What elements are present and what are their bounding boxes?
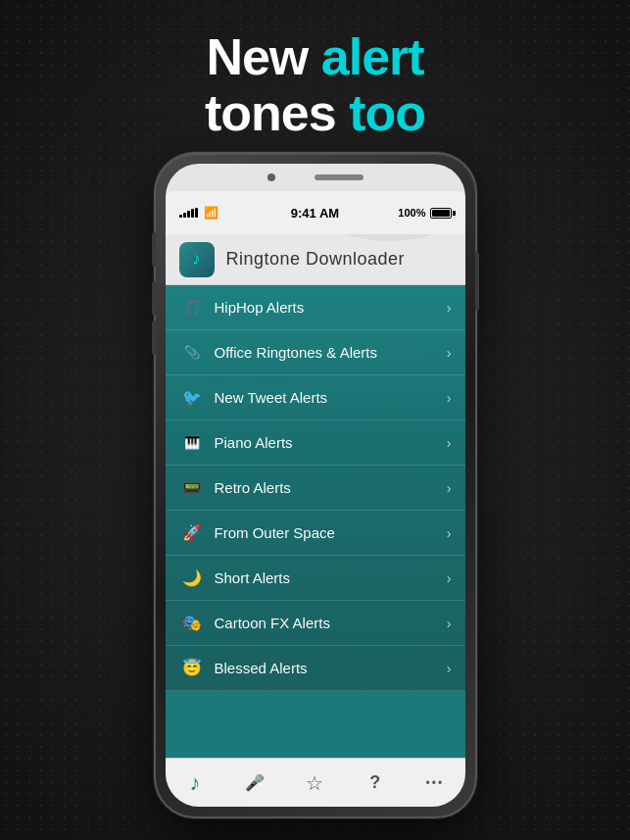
phone-device: 📶 9:41 AM 100% ♪ Ringtone Down	[154, 152, 477, 818]
blessed-chevron: ›	[447, 661, 452, 676]
space-label: From Outer Space	[215, 524, 447, 541]
short-label: Short Alerts	[215, 569, 447, 586]
list-item-space[interactable]: 🚀 From Outer Space ›	[166, 511, 465, 556]
speaker-bar	[315, 174, 363, 180]
signal-bar-5	[195, 208, 198, 218]
retro-chevron: ›	[447, 480, 452, 496]
status-time: 9:41 AM	[291, 206, 339, 221]
office-label: Office Ringtones & Alerts	[215, 344, 447, 361]
signal-bar-1	[179, 215, 182, 218]
phone-top-area	[166, 164, 465, 191]
nav-bar: ♪ Ringtone Downloader	[166, 234, 465, 285]
cartoon-chevron: ›	[447, 616, 452, 631]
wifi-icon: 📶	[204, 206, 218, 220]
office-chevron: ›	[447, 345, 452, 361]
tweet-icon: 🐦	[179, 385, 205, 411]
short-chevron: ›	[447, 570, 452, 586]
phone-outer: 📶 9:41 AM 100% ♪ Ringtone Down	[154, 152, 477, 818]
list-item-short[interactable]: 🌙 Short Alerts ›	[166, 556, 465, 601]
signal-bars	[179, 208, 198, 218]
piano-icon: 🎹	[179, 430, 205, 456]
status-bar: 📶 9:41 AM 100%	[166, 191, 465, 234]
tab-music[interactable]: ♪	[175, 764, 215, 803]
blessed-icon: 😇	[179, 656, 205, 681]
list-container: 🎵 HipHop Alerts › 📎 Office Ringtones & A…	[166, 285, 465, 691]
header-tones: tones	[205, 84, 336, 141]
header-alert: alert	[308, 28, 423, 85]
header-text: New alert tones too	[0, 29, 630, 141]
retro-label: Retro Alerts	[215, 479, 447, 496]
retro-icon: 📟	[179, 475, 205, 501]
hiphop-icon: 🎵	[179, 295, 205, 321]
space-chevron: ›	[447, 525, 452, 541]
tab-favorites[interactable]: ☆	[295, 764, 334, 803]
battery-fill	[432, 210, 450, 217]
tab-bar: ♪ 🎤 ☆ ? •••	[166, 758, 465, 807]
signal-bar-2	[183, 213, 186, 218]
hiphop-chevron: ›	[447, 300, 452, 316]
list-item-cartoon[interactable]: 🎭 Cartoon FX Alerts ›	[166, 601, 465, 646]
tab-help[interactable]: ?	[356, 764, 395, 803]
list-item-hiphop[interactable]: 🎵 HipHop Alerts ›	[166, 285, 465, 330]
signal-area: 📶	[179, 206, 218, 220]
space-icon: 🚀	[179, 520, 205, 546]
tab-more[interactable]: •••	[415, 764, 455, 803]
piano-chevron: ›	[447, 435, 452, 451]
header-too: too	[336, 84, 425, 141]
phone-inner: 📶 9:41 AM 100% ♪ Ringtone Down	[166, 164, 465, 807]
cartoon-label: Cartoon FX Alerts	[215, 615, 447, 631]
list-item-blessed[interactable]: 😇 Blessed Alerts ›	[166, 646, 465, 691]
nav-title: Ringtone Downloader	[226, 249, 406, 270]
music-note-icon: ♪	[192, 249, 201, 270]
battery-area: 100%	[398, 207, 451, 219]
signal-bar-3	[187, 211, 190, 218]
list-item-office[interactable]: 📎 Office Ringtones & Alerts ›	[166, 330, 465, 375]
battery-percent: 100%	[398, 207, 425, 219]
camera-dot	[267, 173, 275, 181]
hiphop-label: HipHop Alerts	[215, 299, 447, 316]
blessed-label: Blessed Alerts	[215, 660, 447, 676]
tweet-chevron: ›	[447, 390, 452, 406]
tweet-label: New Tweet Alerts	[215, 389, 447, 406]
office-icon: 📎	[179, 340, 205, 366]
piano-label: Piano Alerts	[215, 434, 447, 451]
signal-bar-4	[191, 209, 194, 218]
short-icon: 🌙	[179, 566, 205, 591]
list-item-piano[interactable]: 🎹 Piano Alerts ›	[166, 420, 465, 466]
list-item-retro[interactable]: 📟 Retro Alerts ›	[166, 466, 465, 511]
app-icon: ♪	[179, 242, 215, 277]
battery-icon	[430, 208, 452, 219]
tab-record[interactable]: 🎤	[235, 764, 274, 803]
cartoon-icon: 🎭	[179, 611, 205, 636]
header-new: New	[206, 28, 308, 85]
list-item-tweet[interactable]: 🐦 New Tweet Alerts ›	[166, 375, 465, 420]
screen: 📶 9:41 AM 100% ♪ Ringtone Down	[166, 164, 465, 807]
